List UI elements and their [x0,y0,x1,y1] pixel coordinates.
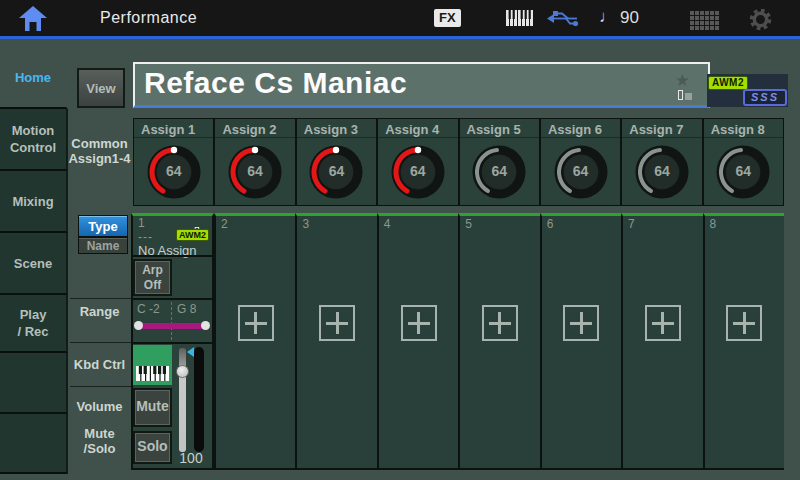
part-5-slot[interactable]: 5 [458,213,539,470]
note-range-low[interactable]: C -2 [137,302,160,316]
add-part-button[interactable] [401,305,437,341]
assign-knob-label: Assign 4 [378,119,457,138]
screen-title: Performance [100,9,197,27]
kbd-ctrl-row-label: Kbd Ctrl [68,357,131,372]
part-number: 3 [302,217,309,231]
volume-value: 100 [171,450,211,466]
sidebar-nav: Home Motion Control Mixing Scene Play / … [0,47,68,474]
tempo-note-icon: ♩ [599,7,616,27]
sidebar-item-play-rec[interactable]: Play / Rec [0,295,68,353]
performance-name-box[interactable]: Reface Cs Maniac ★ [133,62,710,108]
part-number: 4 [384,217,391,231]
assign-knob-label: Assign 5 [460,119,539,138]
top-status-bar: Performance FX ♩ [0,0,800,39]
sidebar-item-label: Play [0,306,66,323]
volume-row-label: Volume [68,399,131,414]
assign-knob-5[interactable]: 64 [467,140,531,204]
assign-knob-row: Assign 1 64 Assign 2 64 Assign 3 [133,118,784,206]
quick-setup-grid-icon[interactable] [690,11,694,15]
divider [70,342,131,343]
assign-knob-3[interactable]: 64 [304,140,368,204]
arp-on-off-button[interactable]: Arp Off [133,259,172,296]
type-button[interactable]: Type [78,215,128,237]
sidebar-item-empty [0,353,68,414]
fx-status-badge[interactable]: FX [434,9,461,27]
note-range-high[interactable]: G 8 [177,302,196,316]
sidebar-item-label: Mixing [0,193,66,210]
name-button[interactable]: Name [78,237,128,254]
modx-home-screen: Performance FX ♩ [0,0,800,480]
assign-knob-8[interactable]: 64 [711,140,775,204]
part-number: 7 [628,217,635,231]
sidebar-item-scene[interactable]: Scene [0,233,68,295]
assign-knob-2[interactable]: 64 [223,140,287,204]
assign-knob-cell: Assign 7 64 [622,119,703,205]
empty-parts-row: 2 3 4 5 6 7 8 [214,213,784,470]
sidebar-item-mixing[interactable]: Mixing [0,171,68,233]
assign-knob-value: 64 [630,140,694,202]
assign-knob-value: 64 [467,140,531,202]
add-part-button[interactable] [238,305,274,341]
awm2-engine-badge: AWM2 [708,76,748,90]
sidebar-item-label: Control [0,139,66,156]
assign-knob-cell: Assign 3 64 [297,119,378,205]
part-category: --- [138,230,153,244]
assign-knob-4[interactable]: 64 [386,140,450,204]
assign-knob-cell: Assign 4 64 [378,119,459,205]
add-part-button[interactable] [563,305,599,341]
sidebar-item-label: Home [0,69,66,86]
part-6-slot[interactable]: 6 [540,213,621,470]
performance-name: Reface Cs Maniac [144,66,407,100]
assign-knob-1[interactable]: 64 [142,140,206,204]
sidebar-item-home[interactable]: Home [0,47,68,109]
part-number: 1 [138,216,145,230]
assign-knob-label: Assign 3 [297,119,376,138]
note-range-slider[interactable] [136,323,208,329]
assign-knob-cell: Assign 8 64 [704,119,783,205]
volume-slider-thumb[interactable] [176,365,189,378]
home-icon[interactable] [18,5,48,32]
volume-marker-icon [187,347,194,357]
volume-slider-track[interactable] [179,348,186,452]
tempo-value[interactable]: 90 [620,8,639,28]
assign-knob-value: 64 [386,140,450,202]
mute-button[interactable]: Mute [133,388,172,427]
assign-knob-value: 64 [142,140,206,202]
assign-knob-6[interactable]: 64 [549,140,613,204]
part-3-slot[interactable]: 3 [295,213,376,470]
assign-knob-label: Assign 2 [215,119,294,138]
assign-knob-label: Assign 6 [541,119,620,138]
view-button[interactable]: View [77,68,125,108]
assign-knob-label: Assign 8 [704,119,783,138]
divider [131,342,214,344]
add-part-button[interactable] [645,305,681,341]
part-number: 2 [221,217,228,231]
assign-knob-7[interactable]: 64 [630,140,694,204]
sidebar-item-label: / Rec [0,323,66,340]
utility-gear-icon[interactable] [748,7,773,32]
part-number: 8 [710,217,717,231]
solo-button[interactable]: Solo [133,431,172,464]
assign-knob-label: Assign 1 [134,119,213,138]
assign-knob-label: Assign 7 [622,119,701,138]
bank-flag-icon [678,82,692,100]
part-2-slot[interactable]: 2 [214,213,295,470]
part-4-slot[interactable]: 4 [377,213,458,470]
range-high-handle[interactable] [201,321,210,330]
sidebar-item-label: Motion [0,122,66,139]
engine-badge-panel: AWM2 SSS [707,74,788,107]
divider [131,255,214,257]
part-8-slot[interactable]: 8 [703,213,784,470]
assign-knob-value: 64 [549,140,613,202]
sidebar-item-motion-control[interactable]: Motion Control [0,109,68,171]
add-part-button[interactable] [726,305,762,341]
add-part-button[interactable] [482,305,518,341]
add-part-button[interactable] [319,305,355,341]
sss-badge: SSS [743,89,787,106]
level-meter [194,347,204,452]
part-7-slot[interactable]: 7 [621,213,702,470]
assign-knob-value: 64 [711,140,775,202]
part-1-strip[interactable]: 1 --- AWM2 No Assign Arp Off C -2 G 8 [131,213,214,470]
kbd-ctrl-button[interactable] [133,345,172,385]
range-low-handle[interactable] [134,321,143,330]
